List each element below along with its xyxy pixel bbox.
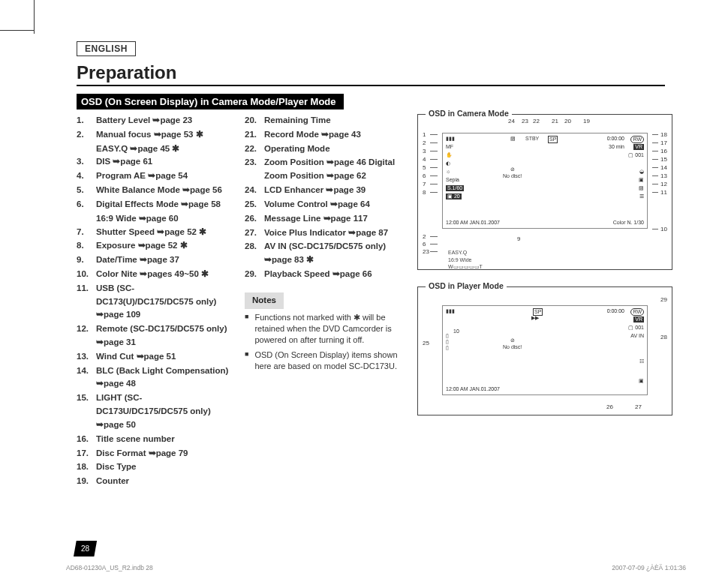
zoom-bar: W▭▭▭▭▭T bbox=[448, 264, 483, 270]
list-label: Zoom Position ➥page 46 Digital Zoom Posi… bbox=[264, 156, 404, 183]
leader-line bbox=[652, 142, 658, 143]
osd-player-title: OSD in Player Mode bbox=[426, 281, 507, 290]
leader-line bbox=[430, 159, 438, 160]
callout-29: 29 bbox=[660, 296, 667, 303]
osd-list-item: 17.Disc Format ➥page 79 bbox=[77, 447, 231, 460]
list-label: Battery Level ➥page 23 bbox=[96, 114, 192, 128]
osd-list-item: 9.Date/Time ➥page 37 bbox=[77, 254, 231, 267]
osd-list-item: 2.Manual focus ➥page 53 ✱ bbox=[77, 128, 231, 142]
leader-line bbox=[430, 236, 438, 237]
osd-list-column-1: 1.Battery Level ➥page 232.Manual focus ➥… bbox=[77, 114, 231, 489]
list-number: 6. bbox=[77, 198, 92, 212]
page-number-tab: 28 bbox=[74, 541, 97, 556]
playback-speed-icon: ▶▶ bbox=[531, 315, 539, 321]
callout-8: 8 bbox=[423, 189, 426, 196]
list-label: Remaining Time bbox=[264, 114, 331, 128]
osd-list-item: 22.Operating Mode bbox=[245, 142, 404, 156]
callout-23: 23 bbox=[522, 118, 528, 124]
osd-list-item: 28.AV IN (SC-DC175/DC575 only) ➥page 83 … bbox=[245, 240, 404, 267]
footer-timestamp: 2007-07-09 ¿ÀÈÄ 1:01:36 bbox=[612, 564, 686, 572]
list-label: Operating Mode bbox=[264, 142, 330, 156]
leader-line bbox=[652, 167, 658, 168]
leader-line bbox=[652, 184, 658, 184]
list-label: Manual focus ➥page 53 ✱ bbox=[96, 128, 203, 142]
easyq-label: EASY.Q bbox=[448, 250, 467, 256]
list-number: 11. bbox=[77, 282, 92, 322]
bullet-icon: ■ bbox=[245, 350, 248, 373]
list-number: 22. bbox=[245, 142, 260, 156]
osd-list-item: 19.Counter bbox=[77, 475, 231, 488]
windcut-icon: ▨ bbox=[639, 185, 644, 191]
leader-line bbox=[430, 176, 438, 176]
callout-23: 23 bbox=[423, 248, 429, 255]
list-number: 23. bbox=[245, 156, 260, 183]
blc-icon: ▣ bbox=[639, 177, 644, 183]
callout-25: 25 bbox=[423, 340, 429, 346]
list-number: 5. bbox=[77, 184, 92, 197]
list-number: 9. bbox=[77, 254, 92, 267]
list-number: 29. bbox=[245, 268, 260, 281]
footer-file: AD68-01230A_US_R2.indb 28 bbox=[66, 564, 153, 572]
bullet-icon: ■ bbox=[245, 312, 248, 346]
notes-list: ■Functions not marked with ✱ will be ret… bbox=[245, 312, 404, 373]
avin-label: AV IN bbox=[630, 333, 644, 339]
notes-item: ■Functions not marked with ✱ will be ret… bbox=[245, 312, 404, 346]
callout-27: 27 bbox=[635, 404, 642, 410]
scene-number: ▢ 001 bbox=[628, 152, 644, 158]
callout-4: 4 bbox=[423, 156, 426, 163]
list-label: Record Mode ➥page 43 bbox=[264, 128, 361, 142]
osd-list-item: 15.LIGHT (SC-DC173U/DC175/DC575 only) ➥p… bbox=[77, 392, 231, 431]
leader-line bbox=[430, 251, 438, 252]
list-label: White Balance Mode ➥page 56 bbox=[96, 184, 222, 197]
callout-14: 14 bbox=[660, 164, 667, 171]
vol-bar: ▯▯▯ bbox=[446, 333, 449, 351]
osd-list-item: 25.Volume Control ➥page 64 bbox=[245, 198, 404, 212]
list-number: 8. bbox=[77, 239, 92, 253]
list-label: Program AE ➥page 54 bbox=[96, 170, 188, 183]
footer-metadata: AD68-01230A_US_R2.indb 28 2007-07-09 ¿ÀÈ… bbox=[66, 564, 686, 572]
list-label: Disc Format ➥page 79 bbox=[96, 447, 188, 460]
list-number: 10. bbox=[77, 268, 92, 281]
shutter-label: S.1/60 bbox=[446, 185, 464, 191]
sp-label: SP bbox=[548, 136, 558, 143]
list-label: Color Nite ➥pages 49~50 ✱ bbox=[96, 268, 209, 281]
list-label: Voice Plus Indicator ➥page 87 bbox=[264, 226, 388, 240]
list-label: Date/Time ➥page 37 bbox=[96, 254, 179, 267]
list-label: LCD Enhancer ➥page 39 bbox=[264, 184, 366, 197]
list-number: 13. bbox=[77, 350, 92, 364]
osd-list-item: 11.USB (SC-DC173(U)/DC175/DC575 only) ➥p… bbox=[77, 282, 231, 322]
notes-item: ■OSD (On Screen Display) items shown her… bbox=[245, 350, 404, 373]
callout-18: 18 bbox=[660, 131, 667, 138]
osd-list-item: 26.Message Line ➥page 117 bbox=[245, 212, 404, 226]
list-number: 28. bbox=[245, 240, 260, 267]
callout-15: 15 bbox=[660, 156, 667, 163]
exposure-val: 20 bbox=[454, 194, 460, 199]
osd-list-item: 7.Shutter Speed ➥page 52 ✱ bbox=[77, 226, 231, 239]
list-number: 24. bbox=[245, 184, 260, 197]
leader-line bbox=[652, 151, 658, 152]
list-label: Remote (SC-DC175/DC575 only) ➥page 31 bbox=[96, 322, 231, 350]
list-label: Digital Effects Mode ➥page 58 bbox=[96, 198, 221, 212]
battery-icon: ▮▮▮ bbox=[446, 308, 455, 314]
callout-9: 9 bbox=[517, 236, 520, 242]
osd-player-mode-figure: OSD in Player Mode 25 29 28 27 26 ▮▮▮ SP… bbox=[417, 286, 672, 416]
list-number: 20. bbox=[245, 114, 260, 128]
list-label: Disc Type bbox=[96, 460, 136, 474]
osd-camera-screen: ▮▮▮ ▨ STBY SP 0:00:00 RW MF 30 min VR ✋ … bbox=[442, 133, 648, 229]
osd-list-item: 24.LCD Enhancer ➥page 39 bbox=[245, 184, 404, 197]
callout-2: 2 bbox=[423, 140, 426, 146]
list-number: 3. bbox=[77, 155, 92, 169]
list-label: Volume Control ➥page 64 bbox=[264, 198, 370, 212]
language-tab: ENGLISH bbox=[77, 41, 136, 56]
list-sublabel: EASY.Q ➥page 45 ✱ bbox=[96, 142, 231, 156]
callout-11: 11 bbox=[660, 189, 667, 196]
remaining-time: 30 min bbox=[609, 144, 624, 150]
stby-label: STBY bbox=[525, 136, 539, 142]
list-label: DIS ➥page 61 bbox=[96, 155, 152, 169]
colornite-label: Color N. 1/30 bbox=[613, 220, 644, 226]
datetime-label: 12:00 AM JAN.01.2007 bbox=[446, 386, 500, 392]
osd-list-item: 23.Zoom Position ➥page 46 Digital Zoom P… bbox=[245, 156, 404, 183]
nodisc-label: No disc! bbox=[503, 344, 522, 350]
list-number: 19. bbox=[77, 475, 92, 488]
osd-list-item: 29.Playback Speed ➥page 66 bbox=[245, 268, 404, 281]
